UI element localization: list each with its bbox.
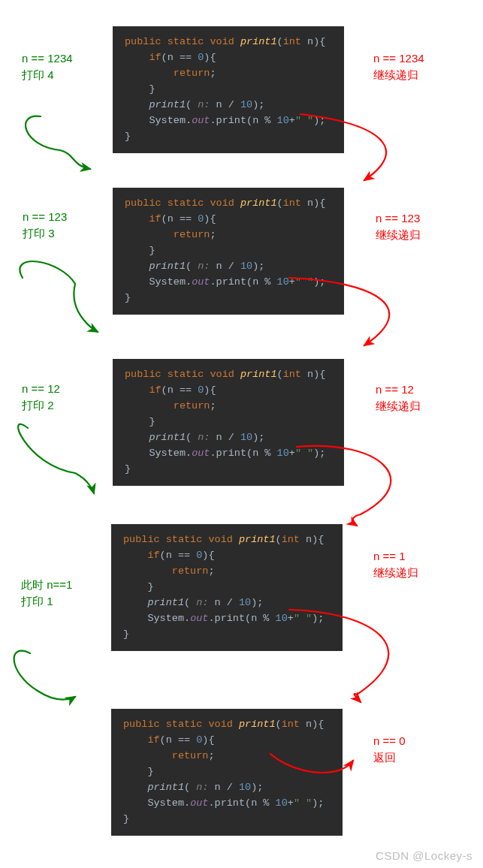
code-block-2: public static void print1(int n){ if(n =… [113,188,344,315]
green-label-4: 此时 n==1 打印 1 [21,577,72,610]
red-label-5: n == 0 返回 [373,733,406,766]
red-label-2: n == 123 继续递归 [376,210,421,243]
red-label-1: n == 1234 继续递归 [373,50,424,83]
code-block-5: public static void print1(int n){ if(n =… [111,709,343,836]
green-label-1: n == 1234 打印 4 [22,50,73,83]
watermark: CSDN @Lockey-s [376,849,472,862]
code-block-1: public static void print1(int n){ if(n =… [113,26,344,153]
green-label-2: n == 123 打印 3 [23,209,67,242]
code-block-3: public static void print1(int n){ if(n =… [113,359,344,486]
red-label-4: n == 1 继续递归 [373,548,418,581]
green-label-3: n == 12 打印 2 [22,381,60,414]
code-block-4: public static void print1(int n){ if(n =… [111,524,343,651]
red-label-3: n == 12 继续递归 [376,381,421,414]
